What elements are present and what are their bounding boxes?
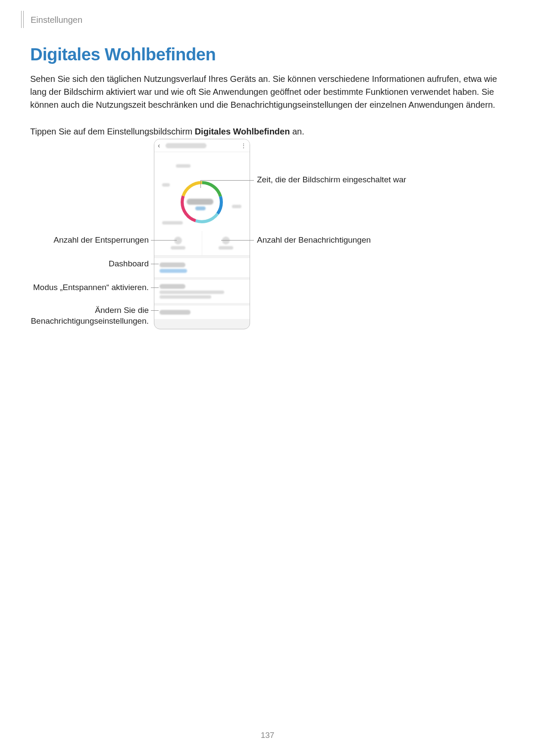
leader-line: [151, 240, 177, 241]
list-item-wind-down[interactable]: [154, 280, 250, 303]
page-title: Digitales Wohlbefinden: [30, 45, 216, 64]
callout-notif-settings-l1: Ändern Sie die: [95, 306, 149, 315]
instruction-post: an.: [290, 127, 304, 136]
chart-center-label-blurred: [195, 206, 206, 210]
instruction-bold: Digitales Wohlbefinden: [195, 127, 290, 136]
list-item-subtitle-blurred: [160, 269, 187, 273]
list-item-notifications[interactable]: [154, 306, 250, 319]
callout-notif-settings-l2: Benachrichtigungseinstellungen.: [31, 316, 149, 325]
stat-unlocks[interactable]: [154, 231, 202, 255]
left-label-blurred: [162, 183, 170, 187]
list-item-title-blurred: [160, 262, 185, 267]
callout-screen-time: Zeit, die der Bildschirm eingeschaltet w…: [257, 174, 421, 185]
callout-notif-settings: Ändern Sie die Benachrichtigungseinstell…: [26, 305, 149, 326]
date-label-blurred: [176, 164, 191, 168]
unlock-icon: [174, 237, 182, 244]
callout-wind-down: Modus „Entspannen“ aktivieren.: [26, 283, 149, 292]
leader-line: [151, 264, 159, 264]
list-item-line3-blurred: [160, 295, 211, 299]
leader-line: [221, 240, 254, 241]
chart-center-value-blurred: [187, 199, 213, 205]
header-title-blurred: [166, 143, 206, 148]
stat-notifications-label-blurred: [219, 246, 233, 250]
leader-line: [200, 180, 201, 188]
list-item-line2-blurred: [160, 291, 224, 294]
leader-line: [200, 180, 254, 181]
right-label-blurred: [232, 205, 241, 208]
list-item-dashboard[interactable]: [154, 258, 250, 277]
instruction-pre: Tippen Sie auf dem Einstellungsbildschir…: [30, 127, 195, 136]
list-item-title-blurred: [160, 310, 191, 315]
list-item-title-blurred: [160, 284, 185, 289]
stats-row: [154, 231, 250, 255]
breadcrumb: Einstellungen: [31, 15, 82, 25]
back-icon[interactable]: ‹: [158, 142, 164, 150]
phone-header: ‹ ⋮: [154, 139, 250, 152]
callout-unlocks: Anzahl der Entsperrungen: [45, 235, 149, 245]
leader-line: [151, 287, 159, 288]
callout-notifications: Anzahl der Benachrichtigungen: [257, 235, 371, 245]
phone-mockup: ‹ ⋮: [154, 139, 250, 329]
leader-line: [151, 310, 159, 311]
stat-notifications[interactable]: [202, 231, 250, 255]
instruction-paragraph: Tippen Sie auf dem Einstellungsbildschir…: [30, 125, 504, 138]
stat-unlocks-label-blurred: [171, 246, 185, 250]
page-number: 137: [0, 731, 535, 740]
bell-icon: [222, 237, 230, 244]
more-icon[interactable]: ⋮: [241, 142, 246, 149]
intro-paragraph: Sehen Sie sich den täglichen Nutzungsver…: [30, 72, 504, 111]
callout-dashboard: Dashboard: [45, 259, 149, 269]
page-margin-mark: [21, 11, 24, 28]
